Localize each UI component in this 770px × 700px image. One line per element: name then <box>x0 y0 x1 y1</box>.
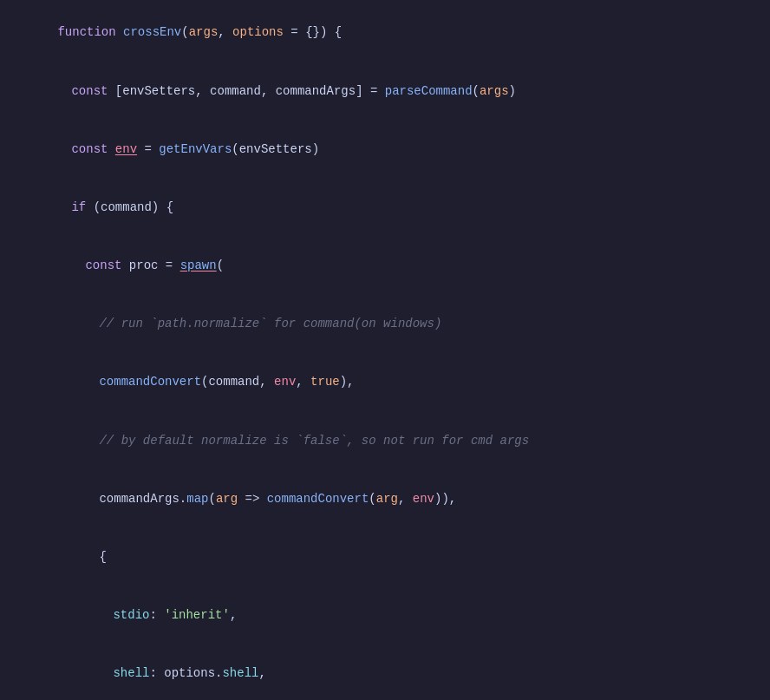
code-line-5: const proc = spawn( <box>0 237 770 295</box>
line-content-9: commandArgs.map(arg => commandConvert(ar… <box>10 469 763 527</box>
code-line-1: function crossEnv(args, options = {}) { <box>0 3 770 62</box>
code-line-4: if (command) { <box>0 179 770 237</box>
code-line-12: shell: options.shell, <box>0 644 770 700</box>
line-content-1: function crossEnv(args, options = {}) { <box>10 3 763 62</box>
code-line-3: const env = getEnvVars(envSetters) <box>0 120 770 178</box>
code-line-9: commandArgs.map(arg => commandConvert(ar… <box>0 469 770 527</box>
line-content-12: shell: options.shell, <box>10 644 763 700</box>
token-kw: function <box>57 25 115 39</box>
line-content-5: const proc = spawn( <box>10 237 763 295</box>
line-content-6: // run `path.normalize` for command(on w… <box>10 295 763 353</box>
code-line-2: const [envSetters, command, commandArgs]… <box>0 62 770 120</box>
line-content-4: if (command) { <box>10 179 763 237</box>
code-line-7: commandConvert(command, env, true), <box>0 353 770 411</box>
line-content-7: commandConvert(command, env, true), <box>10 353 763 411</box>
line-content-10: { <box>10 528 763 586</box>
line-content-11: stdio: 'inherit', <box>10 586 763 644</box>
code-line-11: stdio: 'inherit', <box>0 586 770 644</box>
line-content-3: const env = getEnvVars(envSetters) <box>10 120 763 178</box>
line-content-2: const [envSetters, command, commandArgs]… <box>10 62 763 120</box>
line-content-8: // by default normalize is `false`, so n… <box>10 411 763 469</box>
code-editor: function crossEnv(args, options = {}) { … <box>0 0 770 700</box>
code-line-8: // by default normalize is `false`, so n… <box>0 411 770 469</box>
code-line-6: // run `path.normalize` for command(on w… <box>0 295 770 353</box>
code-line-10: { <box>0 528 770 586</box>
